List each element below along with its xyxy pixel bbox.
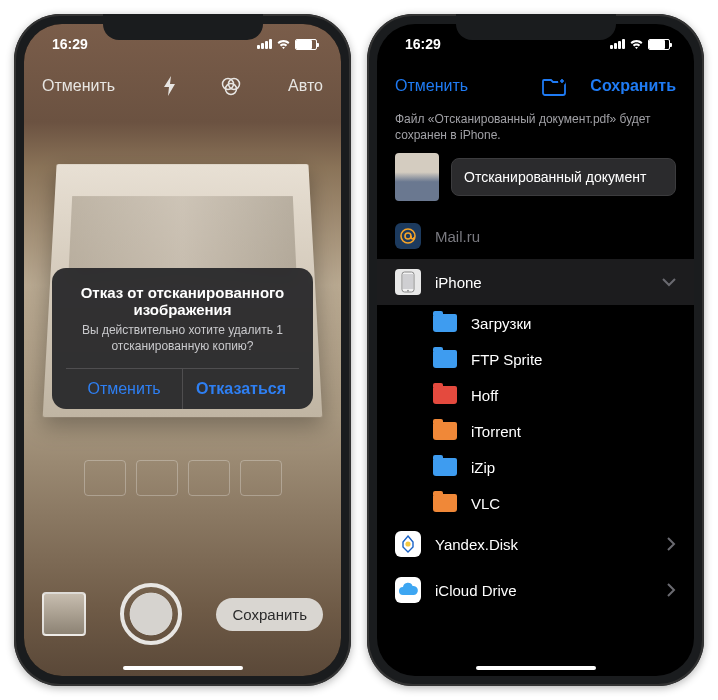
mailru-icon	[395, 223, 421, 249]
chevron-right-icon	[667, 537, 676, 551]
location-label: Mail.ru	[435, 228, 676, 245]
phone-left: 16:29 Отменить Авто Отказ от отсканирова…	[14, 14, 351, 686]
location-iphone[interactable]: iPhone	[377, 259, 694, 305]
folder-label: iZip	[471, 459, 676, 476]
screen-scanner: 16:29 Отменить Авто Отказ от отсканирова…	[24, 24, 341, 676]
location-mailru[interactable]: Mail.ru	[377, 213, 694, 259]
scanner-bottom-bar: Сохранить	[24, 566, 341, 676]
iphone-folders: ЗагрузкиFTP SpriteHoffiTorrentiZipVLC	[377, 305, 694, 521]
status-indicators	[247, 39, 317, 50]
save-button[interactable]: Сохранить	[216, 598, 323, 631]
phone-right: 16:29 Отменить Сохранить Файл «Отсканиро…	[367, 14, 704, 686]
notch	[456, 14, 616, 40]
icloud-icon	[395, 577, 421, 603]
cancel-button[interactable]: Отменить	[395, 77, 468, 95]
chevron-down-icon	[662, 278, 676, 287]
location-label: iPhone	[435, 274, 648, 291]
scanner-toolbar: Отменить Авто	[24, 64, 341, 108]
notch	[103, 14, 263, 40]
files-toolbar: Отменить Сохранить	[377, 64, 694, 108]
location-yandex[interactable]: Yandex.Disk	[377, 521, 694, 567]
document-name-field[interactable]: Отсканированный документ	[451, 158, 676, 196]
svg-point-4	[401, 229, 415, 243]
svg-rect-7	[403, 274, 413, 289]
scan-thumbnail[interactable]	[42, 592, 86, 636]
chevron-right-icon	[667, 583, 676, 597]
new-folder-icon[interactable]	[542, 76, 568, 96]
battery-icon	[648, 39, 670, 50]
folder-item[interactable]: Загрузки	[377, 305, 694, 341]
paper-badges	[84, 460, 282, 496]
svg-point-5	[405, 233, 411, 239]
cellular-icon	[610, 39, 625, 49]
folder-icon	[433, 350, 457, 368]
dialog-body: Вы действительно хотите удалить 1 отскан…	[66, 322, 299, 368]
folder-label: Загрузки	[471, 315, 676, 332]
folder-item[interactable]: Hoff	[377, 377, 694, 413]
location-icloud[interactable]: iCloud Drive	[377, 567, 694, 613]
status-indicators	[600, 39, 670, 50]
home-indicator[interactable]	[476, 666, 596, 670]
svg-point-8	[407, 290, 409, 292]
folder-icon	[433, 386, 457, 404]
wifi-icon	[629, 39, 644, 50]
folder-item[interactable]: iTorrent	[377, 413, 694, 449]
svg-point-9	[405, 542, 410, 547]
folder-label: FTP Sprite	[471, 351, 676, 368]
status-time: 16:29	[52, 36, 112, 52]
cellular-icon	[257, 39, 272, 49]
folder-icon	[433, 494, 457, 512]
flash-icon[interactable]	[163, 76, 177, 96]
battery-icon	[295, 39, 317, 50]
folder-icon	[433, 314, 457, 332]
folder-item[interactable]: VLC	[377, 485, 694, 521]
iphone-icon	[395, 269, 421, 295]
folder-icon	[433, 458, 457, 476]
wifi-icon	[276, 39, 291, 50]
folder-label: Hoff	[471, 387, 676, 404]
dialog-title: Отказ от отсканированного изображения	[66, 284, 299, 318]
document-thumbnail	[395, 153, 439, 201]
status-time: 16:29	[405, 36, 465, 52]
cancel-button[interactable]: Отменить	[42, 77, 115, 95]
save-info-text: Файл «Отсканированный документ.pdf» буде…	[377, 108, 694, 153]
location-label: Yandex.Disk	[435, 536, 653, 553]
folder-icon	[433, 422, 457, 440]
home-indicator[interactable]	[123, 666, 243, 670]
folder-label: VLC	[471, 495, 676, 512]
save-button[interactable]: Сохранить	[590, 77, 676, 95]
screen-files: 16:29 Отменить Сохранить Файл «Отсканиро…	[377, 24, 694, 676]
filter-icon[interactable]	[221, 76, 241, 96]
folder-label: iTorrent	[471, 423, 676, 440]
shutter-button[interactable]	[120, 583, 182, 645]
confirm-dialog: Отказ от отсканированного изображения Вы…	[52, 268, 313, 409]
dialog-discard-button[interactable]: Отказаться	[182, 369, 299, 409]
folder-item[interactable]: FTP Sprite	[377, 341, 694, 377]
folder-item[interactable]: iZip	[377, 449, 694, 485]
locations-list: Mail.ru iPhone ЗагрузкиFTP SpriteHoffiTo…	[377, 213, 694, 613]
yandex-icon	[395, 531, 421, 557]
location-label: iCloud Drive	[435, 582, 653, 599]
dialog-cancel-button[interactable]: Отменить	[66, 369, 182, 409]
document-row: Отсканированный документ	[377, 153, 694, 213]
auto-button[interactable]: Авто	[288, 77, 323, 95]
